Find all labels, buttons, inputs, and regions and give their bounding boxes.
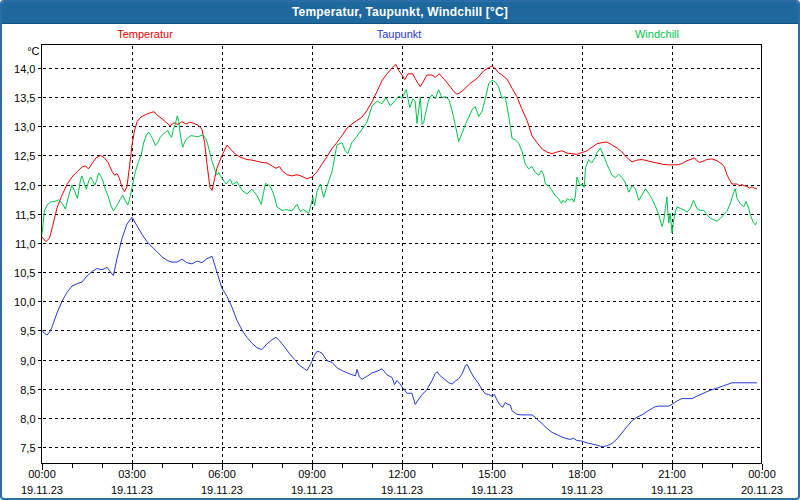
x-tick-time-label: 21:00 bbox=[658, 468, 686, 480]
app-window: Temperatur, Taupunkt, Windchill [°C] Tem… bbox=[0, 0, 800, 500]
x-tick-date-label: 19.11.23 bbox=[561, 484, 603, 496]
y-tick-label: 12,0 bbox=[14, 180, 35, 192]
y-tick-label: 13,5 bbox=[14, 92, 35, 104]
x-tick-date-label: 19.11.23 bbox=[21, 484, 63, 496]
y-tick-label: 8,0 bbox=[20, 413, 35, 425]
x-tick-date-label: 20.11.23 bbox=[741, 484, 783, 496]
x-tick-date-label: 19.11.23 bbox=[471, 484, 513, 496]
y-tick-label: 11,5 bbox=[15, 209, 36, 221]
y-tick-label: 8,5 bbox=[20, 384, 35, 396]
x-tick-date-label: 19.11.23 bbox=[381, 484, 423, 496]
y-tick-label: 9,5 bbox=[20, 325, 35, 337]
y-tick-label: 7,5 bbox=[20, 442, 35, 454]
y-tick-label: 9,0 bbox=[20, 355, 35, 367]
chart-canvas: 14,013,513,012,512,011,511,010,510,09,59… bbox=[2, 2, 800, 500]
y-tick-label: 11,0 bbox=[15, 238, 36, 250]
y-tick-label: 13,0 bbox=[14, 121, 35, 133]
y-tick-label: 14,0 bbox=[14, 63, 35, 75]
y-axis-unit-label: °C bbox=[27, 45, 39, 57]
x-tick-time-label: 00:00 bbox=[748, 468, 776, 480]
plot-area bbox=[42, 45, 762, 464]
x-tick-date-label: 19.11.23 bbox=[651, 484, 693, 496]
x-tick-date-label: 19.11.23 bbox=[291, 484, 333, 496]
x-tick-date-label: 19.11.23 bbox=[201, 484, 243, 496]
y-tick-label: 10,5 bbox=[14, 267, 35, 279]
x-tick-date-label: 19.11.23 bbox=[111, 484, 153, 496]
x-tick-time-label: 03:00 bbox=[118, 468, 146, 480]
x-tick-time-label: 12:00 bbox=[388, 468, 416, 480]
x-tick-time-label: 00:00 bbox=[28, 468, 56, 480]
x-tick-time-label: 15:00 bbox=[478, 468, 506, 480]
x-tick-time-label: 18:00 bbox=[568, 468, 596, 480]
x-tick-time-label: 09:00 bbox=[298, 468, 326, 480]
x-tick-time-label: 06:00 bbox=[208, 468, 236, 480]
y-tick-label: 10,0 bbox=[14, 296, 35, 308]
y-tick-label: 12,5 bbox=[14, 150, 35, 162]
